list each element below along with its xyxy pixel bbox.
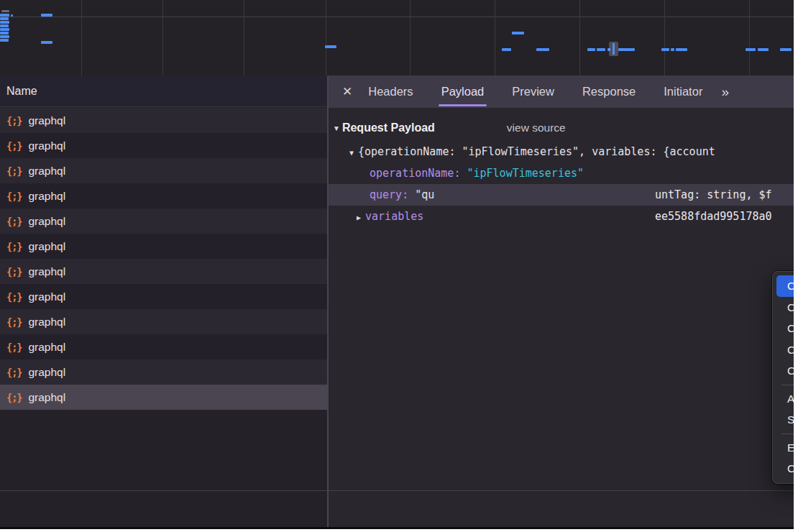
overview-hover-marker (609, 42, 618, 56)
overview-request-bar (536, 48, 549, 51)
overview-request-bar (0, 17, 9, 20)
devtools-window: Name {;}graphql{;}graphql{;}graphql{;}gr… (0, 0, 798, 532)
context-menu: Copy valueCopy property pathCopy string … (772, 271, 794, 484)
object-preview-text: {operationName: "ipFlowTimeseries", vari… (358, 145, 715, 158)
network-request-row[interactable]: {;}graphql (0, 284, 327, 309)
tab-preview[interactable]: Preview (512, 75, 554, 108)
network-request-row[interactable]: {;}graphql (0, 359, 327, 385)
network-request-row[interactable]: {;}graphql (0, 259, 327, 284)
details-tabbar: ✕ HeadersPayloadPreviewResponseInitiator… (329, 75, 794, 108)
overview-gridline (162, 0, 163, 75)
overview-request-bar (41, 41, 52, 44)
json-resource-icon: {;} (6, 266, 22, 278)
close-icon[interactable]: ✕ (342, 84, 352, 99)
overview-request-bar (0, 28, 9, 31)
property-value: "ipFlowTimeseries" (467, 167, 584, 180)
payload-operation-name-row[interactable]: operationName: "ipFlowTimeseries" (329, 162, 794, 184)
overview-request-bar (758, 48, 769, 51)
tab-headers[interactable]: Headers (368, 75, 413, 108)
tab-initiator[interactable]: Initiator (664, 75, 702, 108)
view-source-link[interactable]: view source (507, 121, 566, 134)
menu-item-copy-property-path[interactable]: Copy property path (773, 297, 794, 318)
network-request-row[interactable]: {;}graphql (0, 208, 327, 234)
payload-variables-row[interactable]: ▶variables ee5588fdad995178a0 (329, 206, 794, 227)
property-value-end: ee5588fdad995178a0 (655, 206, 772, 227)
payload-object-row[interactable]: ▼{operationName: "ipFlowTimeseries", var… (329, 141, 794, 162)
overview-gridline (326, 0, 326, 75)
overview-request-bar (1, 10, 9, 12)
menu-separator (781, 385, 794, 385)
request-payload-section: ▼ Request Payload view source (329, 115, 794, 141)
json-resource-icon: {;} (6, 191, 22, 202)
tab-response[interactable]: Response (582, 75, 636, 108)
network-request-row[interactable]: {;}graphql (0, 108, 327, 133)
network-request-row[interactable]: {;}graphql (0, 385, 327, 410)
overview-request-bar (671, 48, 674, 51)
menu-item-copy-value[interactable]: Copy value (776, 275, 794, 297)
more-tabs-icon[interactable]: » (721, 84, 728, 100)
property-key: query: (370, 188, 408, 201)
network-request-row[interactable]: {;}graphql (0, 234, 327, 259)
request-name: graphql (28, 391, 65, 404)
network-request-row[interactable]: {;}graphql (0, 183, 327, 208)
json-resource-icon: {;} (6, 140, 22, 152)
menu-item-expand-recursively[interactable]: Expand recursively (773, 437, 794, 459)
request-rows: {;}graphql{;}graphql{;}graphql{;}graphql… (0, 108, 327, 410)
menu-item-add-property-path-to-watch[interactable]: Add property path to watch (773, 388, 794, 410)
overview-gridline (664, 0, 665, 75)
overview-gridline (749, 0, 750, 75)
name-column-header[interactable]: Name (0, 75, 327, 107)
overview-request-bar (780, 48, 792, 51)
payload-query-row[interactable]: query: "qu untTag: string, $f (329, 184, 794, 206)
overview-gridline (244, 0, 244, 75)
request-name: graphql (28, 165, 65, 178)
name-column-label: Name (6, 85, 37, 98)
json-resource-icon: {;} (6, 367, 22, 378)
request-name: graphql (28, 290, 65, 303)
json-resource-icon: {;} (6, 341, 22, 353)
overview-request-bar (676, 48, 687, 51)
menu-item-copy-string-as-javascript-literal[interactable]: Copy string as JavaScript literal (773, 339, 794, 361)
tab-payload[interactable]: Payload (441, 75, 485, 108)
overview-request-bar (597, 48, 605, 51)
overview-request-bar (512, 32, 524, 35)
menu-item-copy-string-as-json-literal[interactable]: Copy string as JSON literal (773, 360, 794, 382)
overview-gridline (579, 0, 580, 75)
network-request-row[interactable]: {;}graphql (0, 309, 327, 334)
network-request-row[interactable]: {;}graphql (0, 133, 327, 158)
json-resource-icon: {;} (6, 291, 22, 303)
network-overview-timeline[interactable] (0, 0, 794, 76)
json-resource-icon: {;} (6, 165, 22, 177)
overview-gridline (410, 0, 411, 75)
overview-gridline (81, 0, 82, 75)
json-resource-icon: {;} (6, 241, 22, 252)
devtools-network-panel: Name {;}graphql{;}graphql{;}graphql{;}gr… (0, 0, 794, 529)
request-name: graphql (28, 114, 65, 127)
overview-request-bar (618, 48, 635, 51)
property-value-end: untTag: string, $f (655, 184, 772, 206)
network-request-row[interactable]: {;}graphql (0, 334, 327, 359)
variables-expand-icon[interactable]: ▶ (357, 207, 361, 227)
request-name: graphql (28, 316, 65, 329)
request-list-panel: Name {;}graphql{;}graphql{;}graphql{;}gr… (0, 75, 327, 527)
network-request-row[interactable]: {;}graphql (0, 158, 327, 183)
overview-request-bar (587, 48, 595, 51)
property-key: variables (365, 210, 423, 223)
object-collapse-icon[interactable]: ▼ (349, 142, 354, 162)
menu-item-store-as-global-variable[interactable]: Store as global variable (773, 409, 794, 431)
section-title: Request Payload (342, 121, 435, 134)
overview-marker-bar (613, 43, 615, 55)
section-collapse-icon[interactable]: ▼ (333, 124, 340, 132)
request-name: graphql (28, 366, 65, 379)
overview-gridline (495, 0, 495, 75)
overview-request-bar (0, 39, 9, 42)
overview-request-bar (0, 35, 9, 38)
menu-item-copy-string-contents[interactable]: Copy string contents (773, 318, 794, 339)
request-name: graphql (28, 240, 65, 253)
request-name: graphql (28, 341, 65, 354)
request-payload-view: ▼ Request Payload view source ▼{operatio… (329, 108, 794, 227)
overview-request-bar (0, 14, 9, 17)
menu-item-collapse-children[interactable]: Collapse children (773, 458, 794, 480)
property-key: operationName: (370, 167, 460, 180)
overview-divider-line (0, 17, 794, 17)
